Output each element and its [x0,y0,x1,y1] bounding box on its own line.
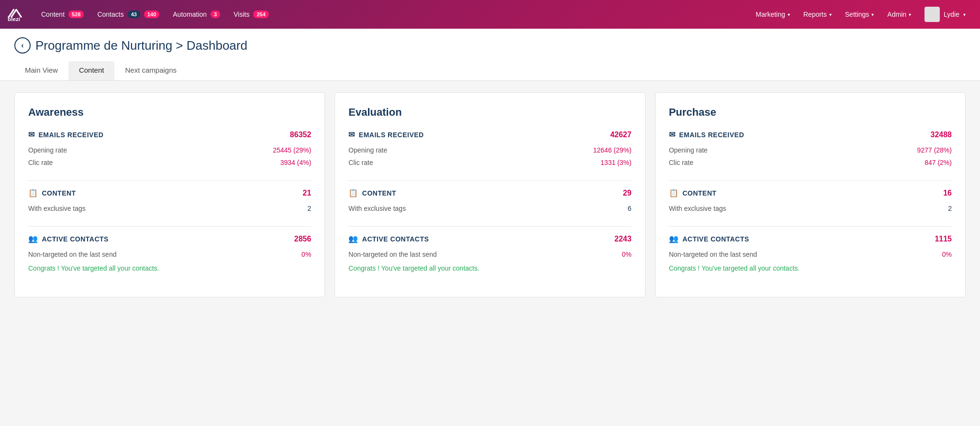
awareness-contacts-section: 👥 ACTIVE CONTACTS 2856 Non-targeted on t… [28,234,311,272]
back-button[interactable]: ‹ [14,37,31,54]
awareness-non-targeted-row: Non-targeted on the last send 0% [28,248,311,261]
reports-label: Reports [803,11,827,18]
evaluation-contacts-label: 👥 ACTIVE CONTACTS [348,234,429,243]
nav-user[interactable]: Lydie ▾ [918,7,972,22]
automation-badge: 3 [211,11,220,18]
evaluation-emails-section: ✉ EMAILS RECEIVED 42627 Opening rate 126… [348,130,631,169]
page-header: ‹ Programme de Nurturing > Dashboard Mai… [0,29,980,81]
awareness-content-label: 📋 CONTENT [28,188,76,197]
evaluation-contacts-section: 👥 ACTIVE CONTACTS 2243 Non-targeted on t… [348,234,631,272]
evaluation-contacts-value: 2243 [614,235,632,243]
purchase-content-section: 📋 CONTENT 16 With exclusive tags 2 [669,188,952,215]
nav-marketing[interactable]: Marketing ▾ [749,0,796,29]
purchase-opening-rate-row: Opening rate 9277 (28%) [669,144,952,156]
contacts-badge1: 43 [128,11,140,18]
awareness-emails-label: ✉ EMAILS RECEIVED [28,130,103,139]
evaluation-card: Evaluation ✉ EMAILS RECEIVED 42627 Openi… [334,92,645,297]
evaluation-non-targeted-row: Non-targeted on the last send 0% [348,248,631,261]
content-badge: 528 [68,11,84,18]
main-content: Awareness ✉ EMAILS RECEIVED 86352 Openin… [0,81,980,309]
contacts-icon-3: 👥 [669,234,679,243]
visits-badge: 254 [253,11,268,18]
purchase-contacts-section: 👥 ACTIVE CONTACTS 1115 Non-targeted on t… [669,234,952,272]
content-icon-2: 📋 [348,188,358,197]
tab-main-view[interactable]: Main View [14,61,68,80]
evaluation-content-label: 📋 CONTENT [348,188,396,197]
awareness-contacts-value: 2856 [294,235,312,243]
purchase-card: Purchase ✉ EMAILS RECEIVED 32488 Opening… [655,92,966,297]
purchase-title: Purchase [669,106,952,119]
purchase-clic-rate-row: Clic rate 847 (2%) [669,156,952,169]
evaluation-emails-label: ✉ EMAILS RECEIVED [348,130,423,139]
purchase-contacts-value: 1115 [935,235,952,243]
content-icon: 📋 [28,188,38,197]
content-label: Content [41,11,65,18]
navbar: plezi Content 528 Contacts 43 140 Automa… [0,0,980,29]
nav-admin[interactable]: Admin ▾ [880,0,918,29]
purchase-contacts-label: 👥 ACTIVE CONTACTS [669,234,749,243]
purchase-content-label: 📋 CONTENT [669,188,717,197]
nav-contacts[interactable]: Contacts 43 140 [90,0,166,29]
awareness-emails-section: ✉ EMAILS RECEIVED 86352 Opening rate 254… [28,130,311,169]
evaluation-congrats: Congrats ! You've targeted all your cont… [348,264,631,272]
purchase-emails-value: 32488 [930,131,952,139]
awareness-opening-rate-row: Opening rate 25445 (29%) [28,144,311,156]
content-icon-3: 📋 [669,188,679,197]
svg-text:plezi: plezi [8,16,20,22]
purchase-emails-label: ✉ EMAILS RECEIVED [669,130,744,139]
user-chevron-icon: ▾ [963,12,966,17]
tab-content[interactable]: Content [68,61,115,80]
evaluation-clic-rate-row: Clic rate 1331 (3%) [348,156,631,169]
tab-next-campaigns[interactable]: Next campaigns [114,61,187,80]
evaluation-content-section: 📋 CONTENT 29 With exclusive tags 6 [348,188,631,215]
page-title: Programme de Nurturing > Dashboard [35,38,247,53]
awareness-emails-value: 86352 [290,131,312,139]
nav-automation[interactable]: Automation 3 [166,0,227,29]
admin-chevron-icon: ▾ [909,12,911,17]
user-name: Lydie [944,11,959,18]
evaluation-title: Evaluation [348,106,631,119]
purchase-emails-section: ✉ EMAILS RECEIVED 32488 Opening rate 927… [669,130,952,169]
email-icon-2: ✉ [348,130,355,139]
awareness-clic-rate-row: Clic rate 3934 (4%) [28,156,311,169]
reports-chevron-icon: ▾ [829,12,832,17]
back-icon: ‹ [21,41,23,50]
awareness-exclusive-tags-row: With exclusive tags 2 [28,202,311,215]
tabs-row: Main View Content Next campaigns [14,61,966,80]
nav-reports[interactable]: Reports ▾ [797,0,838,29]
email-icon: ✉ [28,130,35,139]
settings-chevron-icon: ▾ [871,12,874,17]
nav-visits[interactable]: Visits 254 [227,0,276,29]
contacts-icon: 👥 [28,234,38,243]
awareness-content-section: 📋 CONTENT 21 With exclusive tags 2 [28,188,311,215]
evaluation-opening-rate-row: Opening rate 12646 (29%) [348,144,631,156]
evaluation-content-value: 29 [623,189,632,197]
awareness-congrats: Congrats ! You've targeted all your cont… [28,264,311,272]
awareness-card: Awareness ✉ EMAILS RECEIVED 86352 Openin… [14,92,325,297]
automation-label: Automation [173,11,207,18]
contacts-label: Contacts [97,11,123,18]
logo[interactable]: plezi [8,8,25,21]
nav-settings[interactable]: Settings ▾ [838,0,881,29]
marketing-chevron-icon: ▾ [788,12,790,17]
purchase-exclusive-tags-row: With exclusive tags 2 [669,202,952,215]
awareness-contacts-label: 👥 ACTIVE CONTACTS [28,234,109,243]
visits-label: Visits [234,11,249,18]
nav-content[interactable]: Content 528 [34,0,90,29]
email-icon-3: ✉ [669,130,676,139]
marketing-label: Marketing [756,11,785,18]
awareness-title: Awareness [28,106,311,119]
purchase-non-targeted-row: Non-targeted on the last send 0% [669,248,952,261]
awareness-content-value: 21 [303,189,312,197]
settings-label: Settings [845,11,869,18]
purchase-content-value: 16 [943,189,952,197]
breadcrumb: ‹ Programme de Nurturing > Dashboard [14,37,966,54]
evaluation-exclusive-tags-row: With exclusive tags 6 [348,202,631,215]
purchase-congrats: Congrats ! You've targeted all your cont… [669,264,952,272]
evaluation-emails-value: 42627 [610,131,632,139]
avatar [924,7,940,22]
contacts-badge2: 140 [144,11,159,18]
admin-label: Admin [887,11,906,18]
contacts-icon-2: 👥 [348,234,358,243]
